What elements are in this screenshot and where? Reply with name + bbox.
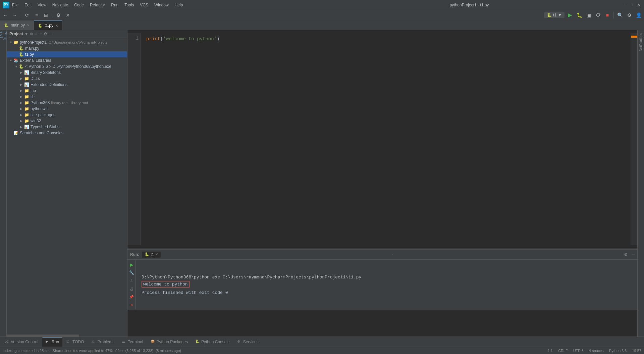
menu-file[interactable]: File: [9, 2, 21, 8]
stop-button[interactable]: ■: [603, 11, 611, 19]
tree-arrow: ▶: [20, 113, 24, 117]
project-dropdown[interactable]: ▼: [24, 32, 29, 36]
tree-item-icon: 📁: [13, 40, 18, 45]
tree-item-4[interactable]: ▼🐍< Python 3.6 > D:\Python\Python368\pyt…: [7, 63, 127, 70]
minimize-panel-icon[interactable]: ─: [49, 32, 52, 36]
bottom-tab-icon: ⚙: [237, 340, 242, 344]
bottom-toolbar: ⎇Version Control▶Run☑TODO⚠Problems▬Termi…: [0, 337, 644, 347]
user-button[interactable]: 👤: [635, 11, 643, 19]
run-command: D:\Python\Python368\python.exe C:\Users\…: [142, 275, 631, 280]
tree-item-11[interactable]: ▶📁pythonwin: [7, 106, 127, 112]
editor-content[interactable]: 1 print('welcome to python'): [127, 30, 637, 248]
scroll-end-button[interactable]: ⇩: [129, 277, 134, 284]
profile-button[interactable]: ⏱: [594, 11, 602, 19]
tree-item-2[interactable]: 🐍t1.py: [7, 51, 127, 57]
locate-file-icon[interactable]: ⊕: [30, 32, 33, 36]
tree-item-12[interactable]: ▶📁site-packages: [7, 112, 127, 118]
encoding[interactable]: UTF-8: [573, 349, 584, 353]
tree-item-15[interactable]: 📝Scratches and Consoles: [7, 130, 127, 136]
menu-view[interactable]: View: [35, 2, 49, 8]
tree-item-7[interactable]: ▶📊Extended Definitions: [7, 82, 127, 88]
close-run-button[interactable]: ✕: [129, 301, 134, 309]
pin-button[interactable]: 📌: [129, 293, 134, 301]
tree-item-0[interactable]: ▼📁pythonProject1C:\Users\raymond\Pycharm…: [7, 39, 127, 45]
tree-item-9[interactable]: ▶📁lib: [7, 94, 127, 100]
tab-label: t1.py: [45, 23, 53, 28]
rerun-button[interactable]: ▶: [129, 261, 134, 268]
sync-button[interactable]: ⟳: [23, 11, 31, 19]
tree-item-8[interactable]: ▶📁Lib: [7, 88, 127, 94]
menu-help[interactable]: Help: [172, 2, 186, 8]
menu-navigate[interactable]: Navigate: [50, 2, 71, 8]
settings-button[interactable]: ⚙: [54, 11, 62, 19]
window-title: pythonProject1 - t1.py: [316, 3, 623, 7]
run-panel-minimize[interactable]: ─: [632, 252, 635, 257]
tree-item-1[interactable]: 🐍main.py: [7, 45, 127, 51]
run-button[interactable]: ▶: [566, 11, 574, 19]
menu-edit[interactable]: Edit: [22, 2, 34, 8]
paren-open: (: [160, 36, 163, 42]
bottom-tab-python-console[interactable]: 🐍Python Console: [192, 337, 233, 347]
settings-icon[interactable]: ⚙: [44, 32, 47, 36]
bottom-tab-services[interactable]: ⚙Services: [234, 337, 262, 347]
editor-tab-main-py[interactable]: 🐍main.py✕: [0, 20, 34, 30]
dots-icon[interactable]: ⋯: [38, 32, 42, 36]
tree-item-3[interactable]: ▼📚External Libraries: [7, 57, 127, 63]
settings-gear[interactable]: ⚙: [625, 11, 633, 19]
run-config[interactable]: 🐍 t1 ▼: [544, 12, 565, 18]
python-version[interactable]: Python 3.6: [609, 349, 627, 353]
horizontal-scrollbar[interactable]: [7, 335, 127, 337]
code-area[interactable]: print('welcome to python'): [141, 33, 631, 245]
tab-close-t1.py[interactable]: ✕: [55, 24, 58, 28]
tab-close-main.py[interactable]: ✕: [27, 24, 30, 27]
tree-item-14[interactable]: ▶📊Typeshed Stubs: [7, 124, 127, 130]
tree-item-5[interactable]: ▶📊Binary Skeletons: [7, 70, 127, 76]
tree-item-10[interactable]: ▶📁Python368library rootlibrary root: [7, 100, 127, 106]
menu-code[interactable]: Code: [71, 2, 87, 8]
forward-button[interactable]: →: [11, 11, 19, 19]
run-toolbar: ▶ 🔧 ⇩ 🖨 📌 ✕ D:\Python\Python368\python.e…: [127, 260, 637, 310]
tree-item-icon: 📁: [24, 88, 29, 93]
bottom-tab-python-packages[interactable]: 📦Python Packages: [147, 337, 191, 347]
search-button[interactable]: 🔍: [616, 11, 624, 19]
tree-item-13[interactable]: ▶📁win32: [7, 118, 127, 124]
bottom-tab-run[interactable]: ▶Run: [42, 337, 62, 347]
menu-refactor[interactable]: Refactor: [87, 2, 108, 8]
bottom-tab-version-control[interactable]: ⎇Version Control: [1, 337, 42, 347]
indent-setting[interactable]: 4 spaces: [589, 349, 604, 353]
debug-button[interactable]: 🐛: [575, 11, 583, 19]
tree-arrow: ▶: [20, 125, 24, 129]
line-ending[interactable]: CRLF: [558, 349, 568, 353]
menu-tools[interactable]: Tools: [122, 2, 137, 8]
editor-area: 1 print('welcome to python'): [127, 30, 637, 248]
bottom-tab-terminal[interactable]: ▬Terminal: [118, 337, 146, 347]
tree-item-label: DLLs: [31, 76, 40, 81]
bottom-tab-todo[interactable]: ☑TODO: [63, 337, 87, 347]
collapse-all-icon[interactable]: ≡: [35, 32, 37, 36]
menu-vcs[interactable]: VCS: [137, 2, 151, 8]
run-config-dropdown[interactable]: ▼: [558, 13, 562, 17]
menu-run[interactable]: Run: [108, 2, 121, 8]
bottom-tab-problems[interactable]: ⚠Problems: [88, 337, 118, 347]
tree-item-label: pythonwin: [31, 106, 49, 111]
maximize-button[interactable]: □: [629, 2, 635, 8]
editor-tab-t1-py[interactable]: 🐍t1.py✕: [34, 20, 62, 30]
run-tab-t1[interactable]: 🐍 t1 ✕: [142, 252, 161, 258]
print-button[interactable]: 🖨: [129, 285, 134, 293]
tree-item-icon: 📁: [24, 100, 29, 105]
close-panel-button[interactable]: ✕: [64, 11, 72, 19]
run-tab-close[interactable]: ✕: [155, 253, 158, 256]
run-wrench-button[interactable]: 🔧: [129, 269, 134, 276]
close-button[interactable]: ✕: [636, 2, 641, 8]
run-panel-settings[interactable]: ⚙: [624, 252, 628, 257]
back-button[interactable]: ←: [1, 11, 9, 19]
tree-item-6[interactable]: ▶📁DLLs: [7, 76, 127, 82]
menu-window[interactable]: Window: [152, 2, 171, 8]
project-sidebar-icon[interactable]: P r o j e c t: [1, 32, 6, 42]
project-view-button[interactable]: ≡: [33, 11, 41, 19]
cursor-position[interactable]: 1:1: [548, 349, 553, 353]
coverage-button[interactable]: ▣: [585, 11, 593, 19]
collapse-button[interactable]: ⊟: [42, 11, 50, 19]
minimize-button[interactable]: ─: [623, 2, 628, 8]
notifications-label[interactable]: Notifications: [639, 33, 643, 51]
